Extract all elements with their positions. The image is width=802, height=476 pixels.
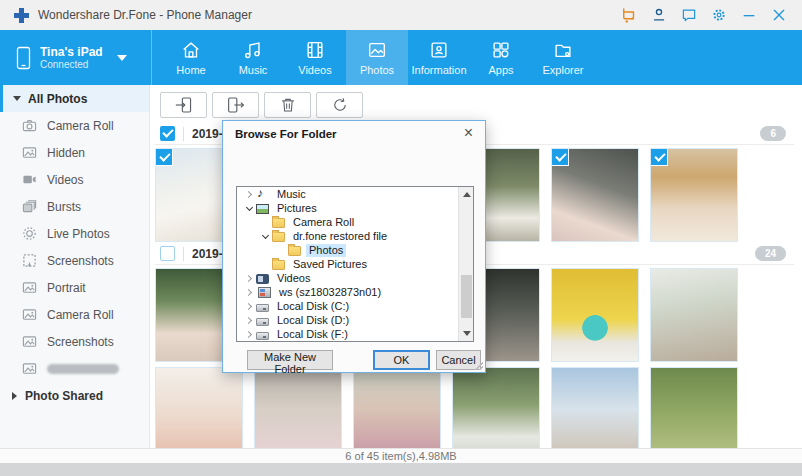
refresh-button[interactable] — [316, 92, 363, 118]
cart-icon[interactable] — [614, 0, 644, 30]
sidebar-item-photo-shared[interactable]: Photo Shared — [0, 382, 149, 409]
make-new-folder-button[interactable]: Make New Folder — [247, 350, 333, 370]
tab-photos-active[interactable]: Photos — [346, 30, 408, 85]
photo-thumbnail[interactable] — [551, 148, 639, 242]
sidebar-item-redacted[interactable] — [0, 355, 149, 382]
tree-item-local-disk-c[interactable]: Local Disk (C:) — [237, 299, 473, 313]
photo-thumbnail[interactable] — [452, 367, 540, 448]
tree-item-label[interactable]: Music — [274, 188, 309, 201]
chevron-icon[interactable] — [243, 276, 256, 281]
photo-thumbnail[interactable] — [254, 367, 342, 448]
chevron-icon[interactable] — [243, 290, 256, 295]
tree-item-label[interactable]: dr.fone restored file — [290, 230, 390, 243]
chevron-icon[interactable] — [243, 192, 256, 197]
sidebar-item-label: Camera Roll — [47, 119, 114, 133]
sidebar-item-camera-roll[interactable]: Camera Roll — [0, 112, 149, 139]
photo-checkbox[interactable] — [552, 149, 569, 166]
tree-item-camera-roll[interactable]: Camera Roll — [237, 215, 473, 229]
settings-gear-icon[interactable] — [704, 0, 734, 30]
close-button[interactable] — [764, 0, 794, 30]
sidebar-item-portrait[interactable]: Portrait — [0, 274, 149, 301]
scroll-up-arrow-icon[interactable] — [459, 187, 474, 202]
chevron-icon[interactable] — [243, 205, 256, 212]
tree-item-drfone-restored-file[interactable]: dr.fone restored file — [237, 229, 473, 243]
tree-item-label[interactable]: Saved Pictures — [290, 258, 370, 271]
tree-item-label[interactable]: ws (sz18032873n01) — [276, 286, 384, 299]
sidebar-item-screenshots-2[interactable]: Screenshots — [0, 328, 149, 355]
computer-icon — [258, 287, 271, 298]
photos-icon — [366, 39, 388, 61]
photo-thumbnail[interactable] — [650, 367, 738, 448]
sidebar-item-bursts[interactable]: Bursts — [0, 193, 149, 220]
redacted-label — [47, 364, 119, 374]
chevron-icon[interactable] — [243, 332, 256, 337]
account-icon[interactable] — [644, 0, 674, 30]
tree-item-label[interactable]: Camera Roll — [290, 216, 357, 229]
group-checkbox[interactable] — [160, 126, 175, 141]
tree-item-saved-pictures[interactable]: Saved Pictures — [237, 257, 473, 271]
film-icon — [304, 39, 326, 61]
tree-item-label[interactable]: Local Disk (C:) — [274, 300, 352, 313]
photo-checkbox[interactable] — [651, 149, 668, 166]
ok-button[interactable]: OK — [373, 350, 430, 370]
sidebar-item-all-photos[interactable]: All Photos — [0, 85, 149, 112]
sidebar-item-videos[interactable]: Videos — [0, 166, 149, 193]
tree-item-videos[interactable]: Videos — [237, 271, 473, 285]
tab-videos[interactable]: Videos — [284, 30, 346, 85]
scroll-down-arrow-icon[interactable] — [459, 326, 474, 341]
device-name: Tina's iPad — [40, 45, 103, 59]
tree-item-local-disk-d[interactable]: Local Disk (D:) — [237, 313, 473, 327]
tree-item-pictures[interactable]: Pictures — [237, 201, 473, 215]
tree-item-label[interactable]: Pictures — [274, 202, 320, 215]
video-icon — [256, 274, 269, 284]
tree-item-label[interactable]: Videos — [274, 272, 313, 285]
tab-explorer[interactable]: Explorer — [532, 30, 594, 85]
tree-item-label[interactable]: Local Disk (D:) — [274, 314, 352, 327]
tab-information[interactable]: Information — [408, 30, 470, 85]
chevron-icon[interactable] — [243, 318, 256, 323]
device-selector[interactable]: Tina's iPad Connected — [0, 30, 152, 85]
group-count-badge: 6 — [760, 126, 786, 141]
photo-thumbnail[interactable] — [650, 148, 738, 242]
image-icon — [22, 361, 37, 376]
minimize-button[interactable] — [734, 0, 764, 30]
sidebar-item-screenshots[interactable]: Screenshots — [0, 247, 149, 274]
chevron-icon[interactable] — [259, 233, 272, 240]
export-button[interactable] — [212, 92, 259, 118]
dialog-close-button[interactable]: × — [461, 124, 476, 142]
video-icon — [22, 172, 37, 187]
folder-icon — [272, 232, 285, 242]
photo-thumbnail[interactable] — [155, 367, 243, 448]
delete-button[interactable] — [264, 92, 311, 118]
photo-thumbnail[interactable] — [551, 268, 639, 362]
scrollbar-thumb[interactable] — [461, 275, 472, 318]
sidebar-item-camera-roll-2[interactable]: Camera Roll — [0, 301, 149, 328]
photo-thumbnail[interactable] — [650, 268, 738, 362]
tree-item-music[interactable]: Music — [237, 187, 473, 201]
photo-checkbox[interactable] — [156, 149, 173, 166]
chevron-icon[interactable] — [243, 304, 256, 309]
import-button[interactable] — [160, 92, 207, 118]
tree-item-photos-selected[interactable]: Photos — [237, 243, 473, 257]
photo-thumbnail[interactable] — [551, 367, 639, 448]
sidebar-item-hidden[interactable]: Hidden — [0, 139, 149, 166]
divider — [183, 247, 184, 261]
tree-item-label[interactable]: Photos — [306, 244, 346, 257]
tree-item-ws-computer[interactable]: ws (sz18032873n01) — [237, 285, 473, 299]
tab-home[interactable]: Home — [160, 30, 222, 85]
feedback-icon[interactable] — [674, 0, 704, 30]
photo-thumbnail[interactable] — [353, 367, 441, 448]
pictures-icon — [256, 204, 269, 214]
tree-scrollbar[interactable] — [458, 187, 473, 341]
sidebar-item-label: Live Photos — [47, 227, 110, 241]
dialog-resize-grip[interactable] — [475, 362, 483, 370]
tree-item-label[interactable]: Local Disk (F:) — [274, 328, 351, 341]
tab-apps[interactable]: Apps — [470, 30, 532, 85]
sidebar-item-label: Photo Shared — [25, 389, 103, 403]
tree-item-local-disk-f[interactable]: Local Disk (F:) — [237, 327, 473, 341]
tab-music[interactable]: Music — [222, 30, 284, 85]
sidebar-item-label: Portrait — [47, 281, 86, 295]
sidebar-item-live-photos[interactable]: Live Photos — [0, 220, 149, 247]
triangle-down-icon — [13, 96, 21, 101]
group-checkbox[interactable] — [160, 246, 175, 261]
